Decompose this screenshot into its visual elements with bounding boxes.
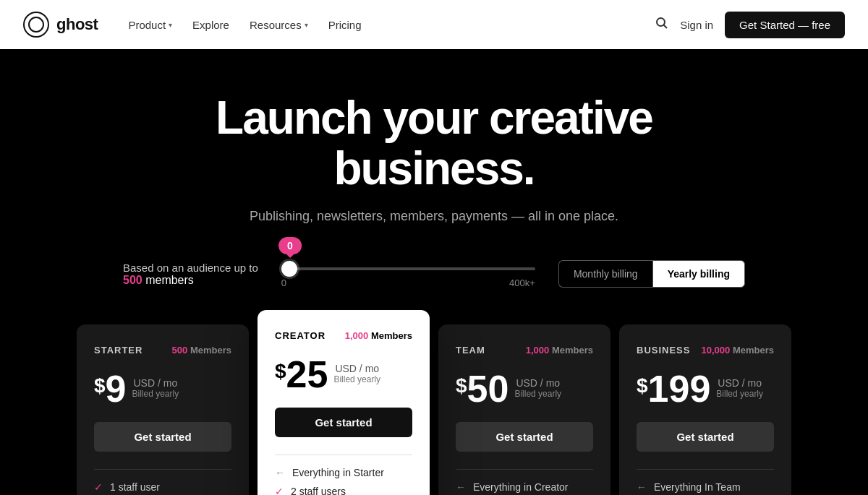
business-members-label: Members [733, 345, 774, 356]
list-item: ← Everything In Team [637, 481, 774, 493]
creator-members-label: Members [371, 330, 412, 341]
creator-cta-button[interactable]: Get started [275, 408, 412, 437]
starter-cta-button[interactable]: Get started [94, 422, 231, 452]
pricing-cards: STARTER 500 Members $ 9 USD / mo Billed … [43, 324, 825, 495]
creator-per-mo: USD / mo [333, 363, 380, 374]
list-item: ← Everything in Starter [275, 467, 412, 478]
hero-headline: Launch your creative business. [145, 92, 723, 194]
business-cta-button[interactable]: Get started [637, 422, 774, 452]
creator-price: 25 [286, 356, 328, 393]
business-billed: Billed yearly [716, 389, 763, 399]
nav-explore[interactable]: Explore [185, 14, 237, 35]
logo[interactable]: ghost [23, 12, 98, 38]
audience-slider-section: Based on an audience up to 500 members 0… [109, 260, 760, 288]
creator-feature-1: Everything in Starter [292, 467, 384, 478]
list-item: ← Everything in Creator [456, 481, 593, 493]
slider-thumb-label: 0 [278, 237, 302, 254]
team-plan-name: TEAM [456, 345, 485, 356]
business-members-count: 10,000 [702, 345, 731, 356]
audience-unit: members [145, 274, 194, 286]
starter-divider [94, 469, 231, 470]
team-feature-1: Everything in Creator [473, 481, 569, 493]
chevron-down-icon-2: ▾ [305, 21, 308, 29]
nav-right: Sign in Get Started — free [655, 12, 845, 38]
nav-pricing[interactable]: Pricing [321, 14, 369, 35]
team-dollar: $ [456, 374, 467, 397]
logo-text: ghost [56, 15, 98, 34]
business-divider [637, 469, 774, 470]
starter-dollar: $ [94, 374, 106, 397]
arrow-icon: ← [275, 467, 285, 478]
hero-subheadline: Publishing, newsletters, members, paymen… [29, 209, 839, 224]
list-item: ✓ 1 staff user [94, 481, 231, 493]
team-billed: Billed yearly [514, 389, 561, 399]
svg-point-0 [24, 12, 48, 37]
business-plan-name: BUSINESS [637, 345, 690, 356]
team-divider [456, 469, 593, 470]
list-item: ✓ 2 staff users [275, 486, 412, 495]
search-icon [655, 17, 668, 30]
creator-members-count: 1,000 [345, 330, 369, 341]
slider-label: Based on an audience up to 500 members [123, 262, 258, 287]
business-dollar: $ [637, 374, 648, 397]
slider-container: 0 0 400k+ [281, 260, 535, 288]
team-members-label: Members [552, 345, 593, 356]
nav-left: ghost Product ▾ Explore Resources ▾ Pric… [23, 12, 369, 38]
navbar: ghost Product ▾ Explore Resources ▾ Pric… [0, 0, 868, 49]
team-members-count: 1,000 [526, 345, 550, 356]
slider-max-label: 400k+ [509, 277, 535, 288]
business-plan-card: BUSINESS 10,000 Members $ 199 USD / mo B… [619, 324, 791, 495]
yearly-billing-button[interactable]: Yearly billing [652, 260, 745, 288]
starter-feature-1: 1 staff user [110, 481, 160, 493]
get-started-nav-button[interactable]: Get Started — free [725, 12, 845, 38]
creator-dollar: $ [275, 360, 286, 383]
team-per-mo: USD / mo [514, 377, 561, 389]
creator-features: ← Everything in Starter ✓ 2 staff users … [275, 467, 412, 495]
starter-plan-card: STARTER 500 Members $ 9 USD / mo Billed … [77, 324, 249, 495]
starter-billed: Billed yearly [132, 389, 179, 399]
audience-count: 500 [123, 274, 142, 286]
starter-members-count: 500 [172, 345, 188, 356]
svg-line-3 [664, 25, 668, 28]
hero-section: Launch your creative business. Publishin… [0, 49, 868, 495]
creator-billed: Billed yearly [333, 374, 380, 384]
creator-feature-2: 2 staff users [291, 486, 346, 495]
svg-point-1 [29, 17, 43, 32]
monthly-billing-button[interactable]: Monthly billing [558, 260, 652, 288]
slider-min-label: 0 [281, 277, 286, 288]
svg-point-2 [657, 18, 665, 26]
team-plan-card: TEAM 1,000 Members $ 50 USD / mo Billed … [438, 324, 610, 495]
business-price: 199 [648, 370, 711, 408]
audience-range-input[interactable] [281, 267, 535, 270]
starter-per-mo: USD / mo [132, 377, 179, 389]
creator-plan-card: CREATOR 1,000 Members $ 25 USD / mo Bill… [258, 310, 430, 495]
starter-price: 9 [106, 370, 127, 408]
nav-product[interactable]: Product ▾ [121, 14, 179, 35]
search-button[interactable] [655, 17, 668, 33]
check-icon: ✓ [94, 481, 103, 493]
business-feature-1: Everything In Team [654, 481, 741, 493]
chevron-down-icon: ▾ [169, 21, 172, 29]
ghost-logo-icon [23, 12, 49, 38]
business-per-mo: USD / mo [716, 377, 763, 389]
creator-plan-name: CREATOR [275, 330, 326, 341]
team-price: 50 [467, 370, 509, 408]
starter-features: ✓ 1 staff user ✓ Free, official Ghost th… [94, 481, 231, 495]
sign-in-button[interactable]: Sign in [680, 19, 713, 31]
nav-links: Product ▾ Explore Resources ▾ Pricing [121, 14, 368, 35]
team-features: ← Everything in Creator ✓ 5 staff users … [456, 481, 593, 495]
arrow-icon: ← [456, 481, 466, 493]
billing-toggle: Monthly billing Yearly billing [558, 260, 745, 288]
business-features: ← Everything In Team ✓ Unlimited staff u… [637, 481, 774, 495]
nav-resources[interactable]: Resources ▾ [242, 14, 315, 35]
starter-plan-name: STARTER [94, 345, 142, 356]
check-icon: ✓ [275, 486, 284, 495]
creator-divider [275, 455, 412, 455]
starter-members-label: Members [190, 345, 231, 356]
arrow-icon: ← [637, 481, 647, 493]
team-cta-button[interactable]: Get started [456, 422, 593, 452]
